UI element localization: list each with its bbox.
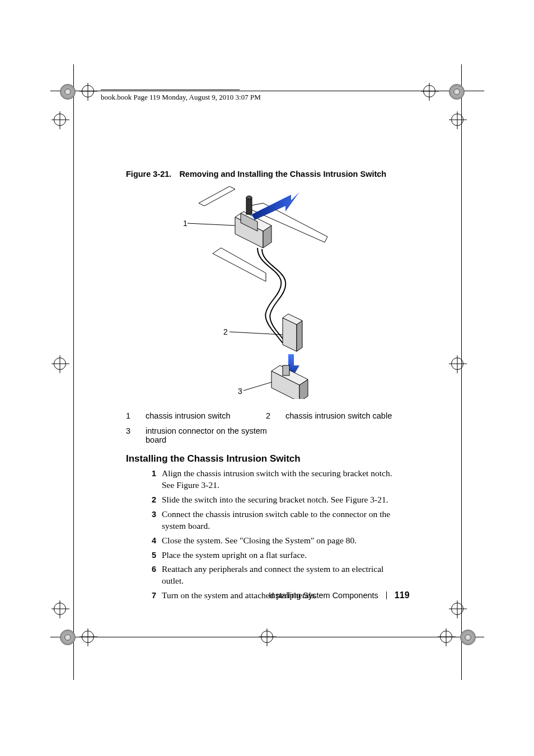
step-text: Connect the chassis intrusion switch cab… [162, 509, 405, 532]
running-head: book.book Page 119 Monday, August 9, 201… [101, 93, 261, 102]
step: 6 Reattach any peripherals and connect t… [142, 564, 405, 587]
step-number: 3 [142, 509, 162, 533]
legend-text: intrusion connector on the system board [146, 426, 269, 444]
step-number: 2 [142, 495, 162, 506]
footer-separator [386, 591, 387, 599]
section-heading: Installing the Chassis Intrusion Switch [126, 453, 301, 464]
legend-num: 1 [126, 411, 146, 420]
step: 3 Connect the chassis intrusion switch c… [142, 509, 405, 532]
figure-title: Removing and Installing the Chassis Intr… [179, 170, 386, 179]
step-number: 5 [142, 550, 162, 562]
figure-callout-2: 2 [223, 327, 228, 336]
step-text: Close the system. See "Closing the Syste… [162, 535, 405, 547]
svg-line-20 [243, 382, 271, 391]
step-number: 6 [142, 564, 162, 588]
svg-point-7 [246, 196, 252, 199]
svg-marker-0 [199, 186, 235, 206]
step-number: 4 [142, 536, 162, 547]
procedure-steps: 1 Align the chassis intrusion switch wit… [142, 468, 405, 604]
legend-text: chassis intrusion switch cable [285, 411, 409, 420]
step-number: 7 [142, 590, 162, 602]
legend-num: 2 [266, 411, 285, 420]
page-footer: Installing System Components 119 [269, 590, 410, 600]
svg-rect-6 [246, 198, 252, 214]
footer-page-number: 119 [395, 590, 410, 600]
running-head-rule [101, 90, 240, 91]
step: 2 Slide the switch into the securing bra… [142, 494, 405, 506]
figure-diagram [174, 186, 341, 401]
figure-callout-3: 3 [238, 387, 242, 396]
step: 4 Close the system. See "Closing the Sys… [142, 535, 405, 547]
svg-marker-11 [297, 321, 302, 351]
step-text: Align the chassis intrusion switch with … [162, 468, 405, 491]
step: 1 Align the chassis intrusion switch wit… [142, 468, 405, 491]
svg-line-18 [188, 223, 235, 226]
step-text: Reattach any peripherals and connect the… [162, 564, 405, 587]
legend-text: chassis intrusion switch [146, 411, 257, 420]
step-text: Place the system upright on a flat surfa… [162, 550, 405, 561]
step-text: Slide the switch into the securing brack… [162, 494, 405, 506]
figure-callout-1: 1 [183, 219, 188, 228]
footer-chapter: Installing System Components [269, 591, 378, 600]
figure-legend-row2: 3 intrusion connector on the system boar… [126, 426, 269, 444]
figure-legend: 1 chassis intrusion switch 2 chassis int… [126, 411, 409, 420]
svg-rect-17 [283, 365, 289, 375]
legend-num: 3 [126, 426, 146, 444]
step: 5 Place the system upright on a flat sur… [142, 550, 405, 561]
figure-label: Figure 3-21. [126, 170, 171, 179]
figure-caption: Figure 3-21.Removing and Installing the … [126, 170, 386, 179]
step-number: 1 [142, 468, 162, 492]
